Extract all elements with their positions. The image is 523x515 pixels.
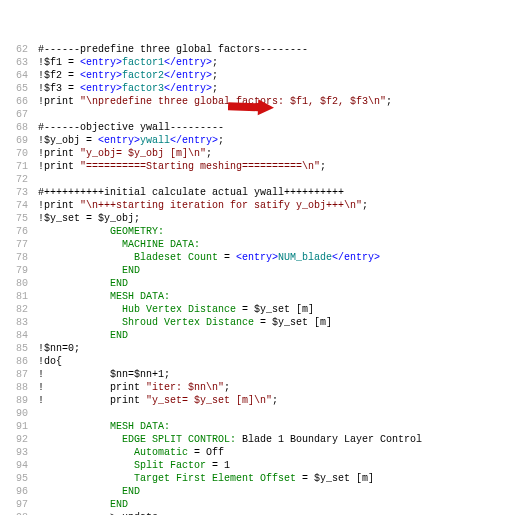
code-line: 79 END xyxy=(0,264,523,277)
code-text: END xyxy=(38,329,523,342)
line-number: 97 xyxy=(0,498,38,511)
code-text: END xyxy=(38,264,523,277)
line-number: 94 xyxy=(0,459,38,472)
line-number: 75 xyxy=(0,212,38,225)
line-number: 85 xyxy=(0,342,38,355)
code-text: ! print "y_set= $y_set [m]\n"; xyxy=(38,394,523,407)
code-line: 80 END xyxy=(0,277,523,290)
code-listing: 62#------predefine three global factors-… xyxy=(0,0,523,515)
line-number: 71 xyxy=(0,160,38,173)
line-number: 70 xyxy=(0,147,38,160)
code-line: 86!do{ xyxy=(0,355,523,368)
line-number: 82 xyxy=(0,303,38,316)
code-line: 83 Shroud Vertex Distance = $y_set [m] xyxy=(0,316,523,329)
annotation-arrow-icon xyxy=(228,96,275,118)
code-text: !$f1 = <entry>factor1</entry>; xyxy=(38,56,523,69)
code-line: 93 Automatic = Off xyxy=(0,446,523,459)
line-number: 91 xyxy=(0,420,38,433)
code-text: !print "\n+++starting iteration for sati… xyxy=(38,199,523,212)
code-text: END xyxy=(38,277,523,290)
code-line: 91 MESH DATA: xyxy=(0,420,523,433)
code-text: Shroud Vertex Distance = $y_set [m] xyxy=(38,316,523,329)
code-text: MESH DATA: xyxy=(38,290,523,303)
code-text: MACHINE DATA: xyxy=(38,238,523,251)
line-number: 87 xyxy=(0,368,38,381)
code-text: !print "\npredefine three global factors… xyxy=(38,95,523,108)
code-text: Hub Vertex Distance = $y_set [m] xyxy=(38,303,523,316)
code-text: !$y_obj = <entry>ywall</entry>; xyxy=(38,134,523,147)
code-line: 88! print "iter: $nn\n"; xyxy=(0,381,523,394)
code-line: 63!$f1 = <entry>factor1</entry>; xyxy=(0,56,523,69)
code-text: !do{ xyxy=(38,355,523,368)
code-text xyxy=(38,407,523,420)
line-number: 74 xyxy=(0,199,38,212)
code-line: 76 GEOMETRY: xyxy=(0,225,523,238)
code-text: > update xyxy=(38,511,523,515)
code-line: 90 xyxy=(0,407,523,420)
code-text: !$f3 = <entry>factor3</entry>; xyxy=(38,82,523,95)
line-number: 80 xyxy=(0,277,38,290)
code-line: 92 EDGE SPLIT CONTROL: Blade 1 Boundary … xyxy=(0,433,523,446)
page: 62#------predefine three global factors-… xyxy=(0,0,523,515)
line-number: 88 xyxy=(0,381,38,394)
code-text xyxy=(38,173,523,186)
code-text: !$nn=0; xyxy=(38,342,523,355)
code-text: #++++++++++initial calculate actual ywal… xyxy=(38,186,523,199)
code-line: 68#------objective ywall--------- xyxy=(0,121,523,134)
code-text: !$y_set = $y_obj; xyxy=(38,212,523,225)
line-number: 65 xyxy=(0,82,38,95)
code-line: 69!$y_obj = <entry>ywall</entry>; xyxy=(0,134,523,147)
code-line: 81 MESH DATA: xyxy=(0,290,523,303)
code-line: 96 END xyxy=(0,485,523,498)
code-text: #------objective ywall--------- xyxy=(38,121,523,134)
code-line: 95 Target First Element Offset = $y_set … xyxy=(0,472,523,485)
code-line: 94 Split Factor = 1 xyxy=(0,459,523,472)
line-number: 98 xyxy=(0,511,38,515)
line-number: 64 xyxy=(0,69,38,82)
code-text: !$f2 = <entry>factor2</entry>; xyxy=(38,69,523,82)
code-line: 73#++++++++++initial calculate actual yw… xyxy=(0,186,523,199)
code-line: 74!print "\n+++starting iteration for sa… xyxy=(0,199,523,212)
code-line: 97 END xyxy=(0,498,523,511)
code-text: END xyxy=(38,485,523,498)
code-text: !print "y_obj= $y_obj [m]\n"; xyxy=(38,147,523,160)
code-line: 70!print "y_obj= $y_obj [m]\n"; xyxy=(0,147,523,160)
code-line: 89! print "y_set= $y_set [m]\n"; xyxy=(0,394,523,407)
code-text: #------predefine three global factors---… xyxy=(38,43,523,56)
line-number: 76 xyxy=(0,225,38,238)
line-number: 86 xyxy=(0,355,38,368)
code-text: EDGE SPLIT CONTROL: Blade 1 Boundary Lay… xyxy=(38,433,523,446)
line-number: 81 xyxy=(0,290,38,303)
code-text: ! $nn=$nn+1; xyxy=(38,368,523,381)
code-line: 65!$f3 = <entry>factor3</entry>; xyxy=(0,82,523,95)
line-number: 78 xyxy=(0,251,38,264)
code-text: MESH DATA: xyxy=(38,420,523,433)
line-number: 95 xyxy=(0,472,38,485)
code-text: Automatic = Off xyxy=(38,446,523,459)
line-number: 77 xyxy=(0,238,38,251)
code-line: 64!$f2 = <entry>factor2</entry>; xyxy=(0,69,523,82)
line-number: 67 xyxy=(0,108,38,121)
line-number: 90 xyxy=(0,407,38,420)
line-number: 79 xyxy=(0,264,38,277)
code-line: 71!print "==========Starting meshing====… xyxy=(0,160,523,173)
line-number: 66 xyxy=(0,95,38,108)
code-text xyxy=(38,108,523,121)
line-number: 72 xyxy=(0,173,38,186)
line-number: 96 xyxy=(0,485,38,498)
code-line: 78 Bladeset Count = <entry>NUM_blade</en… xyxy=(0,251,523,264)
line-number: 73 xyxy=(0,186,38,199)
line-number: 83 xyxy=(0,316,38,329)
code-text: Target First Element Offset = $y_set [m] xyxy=(38,472,523,485)
code-text: Bladeset Count = <entry>NUM_blade</entry… xyxy=(38,251,523,264)
code-line: 84 END xyxy=(0,329,523,342)
code-line: 98 > update xyxy=(0,511,523,515)
code-line: 75!$y_set = $y_obj; xyxy=(0,212,523,225)
code-text: END xyxy=(38,498,523,511)
code-text: !print "==========Starting meshing======… xyxy=(38,160,523,173)
code-text: ! print "iter: $nn\n"; xyxy=(38,381,523,394)
line-number: 68 xyxy=(0,121,38,134)
line-number: 84 xyxy=(0,329,38,342)
code-line: 82 Hub Vertex Distance = $y_set [m] xyxy=(0,303,523,316)
code-text: Split Factor = 1 xyxy=(38,459,523,472)
